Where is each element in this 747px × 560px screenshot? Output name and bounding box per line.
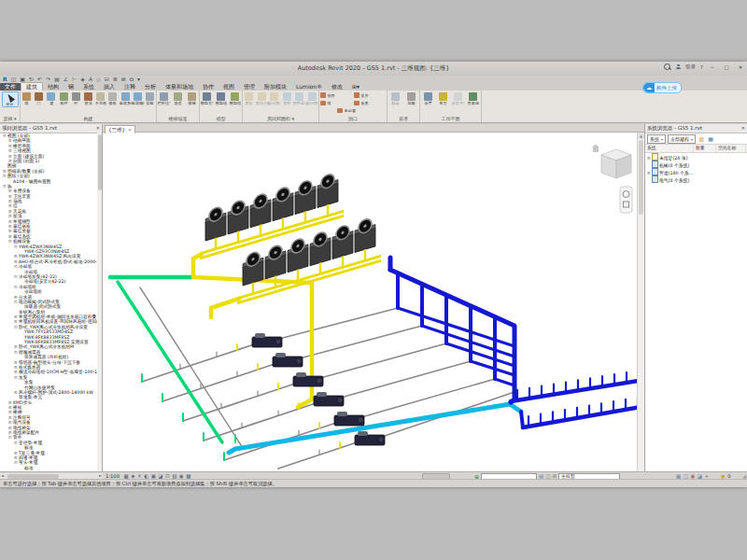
plugin-upload-button[interactable]: ☁ 构件上传 [642, 82, 682, 93]
section-icon[interactable]: ⊟ [105, 77, 109, 82]
ribbon-button[interactable]: 标记面积 [306, 91, 319, 105]
ribbon-tab-1[interactable]: 建筑 [21, 82, 43, 91]
column-settings-icon[interactable]: ▦ [707, 135, 714, 143]
ribbon-button[interactable]: 模型组 [228, 91, 242, 105]
ribbon-tab-14[interactable]: 修改 [327, 83, 347, 91]
autofit-columns-icon[interactable]: ▥ [698, 135, 705, 143]
ribbon-button[interactable]: 修改 [2, 91, 19, 107]
print-icon[interactable]: ▤ [54, 77, 60, 82]
system-row[interactable]: ⊞未指定(28 项) [645, 153, 747, 161]
view-dropdown[interactable]: 系统▾ [647, 134, 666, 144]
ribbon-button[interactable]: 坡道 [171, 91, 185, 105]
ribbon-button[interactable]: 竖井 [354, 91, 386, 99]
ribbon-button[interactable]: 构件 [58, 91, 70, 105]
ribbon-button[interactable]: 房间分隔 [256, 91, 269, 105]
text-icon[interactable]: A [89, 77, 92, 82]
navigation-bar[interactable] [620, 187, 632, 213]
3d-model-view[interactable] [103, 133, 637, 471]
ribbon-panel: 模型文字模型线模型组模型 [200, 91, 243, 122]
default-3d-view-icon[interactable]: ◇ [96, 77, 101, 82]
maximize-button[interactable]: ▢ [722, 64, 731, 70]
minimize-button[interactable]: ─ [708, 64, 717, 70]
tree-item-label: 电动蝶阀-闭式卧式泵 [19, 300, 60, 304]
ribbon-button[interactable]: 模型文字 [200, 91, 214, 105]
pipes-blue[interactable] [390, 258, 637, 427]
project-browser-close-icon[interactable]: ✕ [96, 124, 100, 133]
ribbon-button[interactable]: 设置 [420, 91, 435, 105]
ribbon-button[interactable]: 屋顶 [82, 91, 94, 105]
ribbon-button[interactable]: 模型线 [214, 91, 228, 105]
canvas-vscrollbar[interactable]: ▲ [637, 133, 644, 471]
close-button[interactable]: ✕ [736, 64, 745, 70]
customize-qat-icon[interactable]: ▾ [137, 77, 140, 82]
cooling-tower-bank-lower[interactable] [237, 215, 381, 303]
ribbon-button[interactable]: 面积 [281, 91, 294, 105]
ribbon-button[interactable]: 老虎窗 [337, 107, 369, 115]
ribbon-tab-13[interactable]: Lumion® [291, 83, 327, 91]
ribbon-button[interactable]: 垂直 [354, 99, 386, 106]
discipline-dropdown[interactable]: 全部规程▾ [668, 134, 696, 144]
ribbon-button[interactable]: 幕墙系统 [120, 91, 132, 105]
ribbon-tab-9[interactable]: 协作 [198, 83, 218, 91]
search-icon[interactable] [664, 63, 670, 70]
measure-icon[interactable]: ∠ [63, 77, 68, 82]
close-hidden-windows-icon[interactable]: ⊠ [121, 77, 126, 82]
ribbon-button[interactable]: 门 [33, 91, 45, 105]
ribbon-tab-8[interactable]: 体量和场地 [161, 83, 198, 91]
ribbon-button[interactable]: 栏杆扶手 [157, 91, 171, 105]
ribbon-button[interactable]: 楼板 [106, 91, 119, 105]
project-browser-vscrollbar[interactable] [97, 133, 102, 471]
system-row[interactable]: 机械(8 个系统) [645, 161, 747, 168]
modify-overflow-icon[interactable]: ⊞▾ [347, 83, 364, 91]
column-header[interactable]: 数量 [694, 145, 716, 152]
ribbon-button[interactable]: 轴网 [404, 91, 419, 105]
ribbon-tab-11[interactable]: 管理 [239, 83, 260, 91]
ribbon-button[interactable]: 面积边界 [293, 91, 306, 105]
help-icon[interactable]: ? [700, 64, 703, 70]
tag-by-category-icon[interactable]: ◈ [80, 77, 85, 82]
system-row[interactable]: ⊞管道(180 个系… [645, 168, 747, 175]
ribbon-button[interactable]: 标高 [388, 91, 403, 105]
ribbon-button[interactable]: 显示 [435, 91, 450, 105]
revit-logo-icon[interactable]: R [3, 77, 7, 82]
ribbon-button[interactable]: 查看器 [466, 91, 481, 105]
drawing-area[interactable]: {三维}✕ [103, 124, 644, 471]
system-browser-close-icon[interactable]: ✕ [741, 124, 745, 133]
ribbon-button[interactable]: 楼梯 [185, 91, 199, 105]
ribbon-button[interactable]: 参照平面 [451, 91, 466, 105]
ribbon-tab-6[interactable]: 注释 [120, 83, 140, 91]
ribbon-tab-4[interactable]: 系统 [78, 83, 99, 91]
ribbon-tab-5[interactable]: 插入 [99, 83, 120, 91]
pipes-gray[interactable] [140, 287, 514, 469]
column-header[interactable]: 空间名称 [716, 145, 746, 152]
scroll-up-icon[interactable]: ▲ [638, 133, 644, 139]
ribbon-button[interactable]: 房间 [243, 91, 256, 105]
column-header[interactable]: 系统 [645, 145, 694, 152]
ribbon-tab-3[interactable]: 钢 [63, 83, 78, 91]
switch-windows-icon[interactable]: ⧉ [130, 77, 134, 82]
ribbon-tab-7[interactable]: 分析 [140, 83, 161, 91]
system-row[interactable]: 电气(8 个系统) [645, 175, 747, 183]
open-icon[interactable]: ◫ [11, 77, 17, 82]
ribbon-button[interactable]: 窗 [45, 91, 57, 105]
signin-label[interactable]: 登录 [685, 63, 696, 70]
ribbon-tab-10[interactable]: 视图 [218, 83, 239, 91]
ribbon-button[interactable]: 按面 [320, 91, 352, 99]
thin-lines-icon[interactable]: ≣ [113, 77, 118, 82]
ribbon-tab-0[interactable]: 文件 [0, 83, 21, 91]
redo-icon[interactable]: ↷ [46, 77, 50, 82]
ribbon-button[interactable]: 墙 [21, 91, 33, 105]
user-account-icon[interactable] [675, 64, 681, 70]
aligned-dimension-icon[interactable]: ⊢ [72, 77, 77, 82]
viewcube[interactable] [592, 145, 631, 179]
view-tab-close-icon[interactable]: ✕ [128, 127, 132, 133]
ribbon-button[interactable]: 天花板 [94, 91, 106, 105]
tree-item[interactable]: 标准 [0, 466, 102, 470]
ribbon-tab-12[interactable]: 附加模块 [260, 83, 291, 91]
ribbon-button[interactable]: 柱 [70, 91, 82, 105]
ribbon-tab-2[interactable]: 结构 [43, 83, 63, 91]
ribbon-button[interactable]: 标记房间 [268, 91, 281, 105]
ribbon-button[interactable]: 竖梃 [144, 91, 156, 105]
ribbon-button[interactable]: 墙 [320, 99, 352, 106]
ribbon-button[interactable]: 幕墙网格 [132, 91, 144, 105]
